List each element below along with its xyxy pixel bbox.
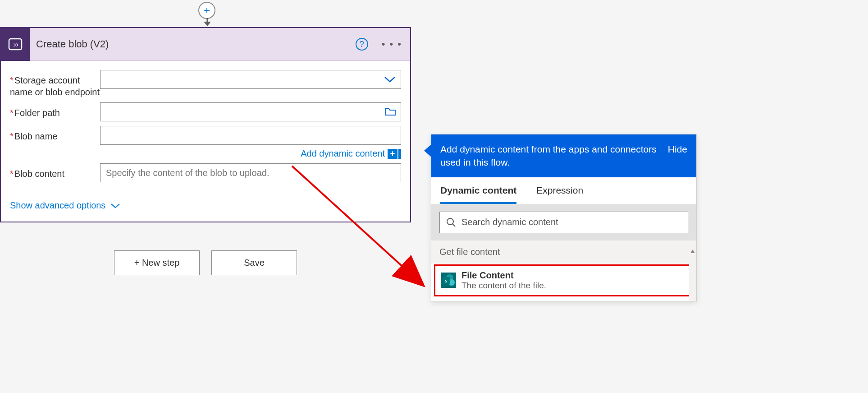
card-title: Create blob (V2) xyxy=(30,38,356,50)
dynamic-content-popover: Add dynamic content from the apps and co… xyxy=(431,134,697,301)
scroll-up-icon xyxy=(690,250,695,253)
tab-dynamic-content[interactable]: Dynamic content xyxy=(440,177,516,204)
dynamic-item-file-content[interactable]: s File Content The content of the file. xyxy=(435,266,692,295)
search-placeholder: Search dynamic content xyxy=(461,217,558,227)
popover-hide-button[interactable]: Hide xyxy=(668,143,687,156)
connector-arrow-down-icon xyxy=(202,18,212,27)
svg-point-6 xyxy=(447,218,453,225)
label-folder-path: *Folder path xyxy=(10,102,100,119)
dynamic-item-title: File Content xyxy=(461,270,546,281)
svg-text:10: 10 xyxy=(13,42,18,47)
dynamic-group-header: Get file content xyxy=(431,240,696,264)
add-dynamic-content-link[interactable]: Add dynamic content xyxy=(301,148,385,159)
blob-content-input[interactable]: Specify the content of the blob to uploa… xyxy=(100,163,401,182)
popover-scrollbar[interactable] xyxy=(689,248,696,301)
storage-account-dropdown[interactable] xyxy=(100,70,401,89)
chevron-down-icon xyxy=(384,75,396,83)
card-header[interactable]: 10 Create blob (V2) ? • • • xyxy=(1,28,410,61)
label-blob-name: *Blob name xyxy=(10,126,100,142)
blob-name-input[interactable] xyxy=(100,126,401,145)
svg-marker-1 xyxy=(204,22,211,26)
folder-path-input[interactable] xyxy=(100,102,401,121)
dynamic-extra-icon xyxy=(398,149,401,159)
chevron-down-icon xyxy=(110,203,121,209)
popover-caret-icon xyxy=(424,144,431,157)
popover-header-text: Add dynamic content from the apps and co… xyxy=(440,143,659,169)
action-card-create-blob: 10 Create blob (V2) ? • • • *Storage acc… xyxy=(0,27,411,222)
sharepoint-icon: s xyxy=(441,273,456,288)
label-storage-account: *Storage account name or blob endpoint xyxy=(10,70,100,98)
blob-content-placeholder: Specify the content of the blob to uploa… xyxy=(106,168,269,178)
folder-picker-icon[interactable] xyxy=(384,107,396,116)
tab-expression[interactable]: Expression xyxy=(536,177,583,204)
label-blob-content: *Blob content xyxy=(10,163,100,180)
blob-storage-icon: 10 xyxy=(1,28,30,61)
dynamic-plus-icon[interactable]: + xyxy=(388,149,397,159)
svg-text:s: s xyxy=(445,277,448,284)
more-menu-icon[interactable]: • • • xyxy=(382,38,402,50)
new-step-button[interactable]: + New step xyxy=(114,250,200,275)
save-button[interactable]: Save xyxy=(211,250,297,275)
show-advanced-label: Show advanced options xyxy=(10,200,105,211)
svg-line-7 xyxy=(452,224,455,227)
insert-step-button[interactable]: + xyxy=(198,2,215,19)
show-advanced-options-toggle[interactable]: Show advanced options xyxy=(10,200,121,211)
search-input[interactable]: Search dynamic content xyxy=(439,212,688,233)
search-icon xyxy=(446,217,456,227)
help-icon[interactable]: ? xyxy=(356,38,368,51)
dynamic-item-subtitle: The content of the file. xyxy=(461,281,546,291)
